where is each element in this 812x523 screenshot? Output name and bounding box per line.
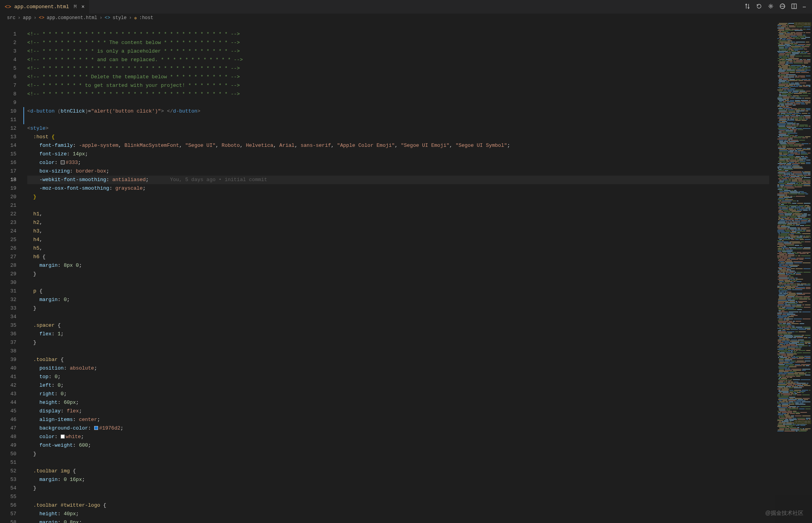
code-line[interactable]: flex: 1; — [27, 330, 769, 338]
code-line[interactable] — [27, 458, 769, 467]
code-line[interactable]: <!-- * * * * * * * * * * * * * * * * * *… — [27, 90, 769, 99]
code-line[interactable]: h3, — [27, 227, 769, 236]
code-line[interactable]: box-sizing: border-box; — [27, 167, 769, 176]
code-line[interactable]: display: flex; — [27, 407, 769, 416]
minimap[interactable]: 文件已修改 文件已修改 — [775, 22, 812, 523]
code-line[interactable]: :host { — [27, 133, 769, 141]
editor-tab[interactable]: <> app.component.html M × — [0, 0, 90, 14]
code-line[interactable]: } — [27, 450, 769, 458]
chevron-right-icon: › — [129, 15, 132, 21]
more-icon[interactable]: ⋯ — [803, 4, 807, 10]
line-number: 50 — [0, 450, 16, 458]
code-line[interactable]: .toolbar img { — [27, 467, 769, 475]
compare-changes-icon[interactable] — [744, 3, 750, 11]
line-number: 33 — [0, 304, 16, 313]
breadcrumb-item[interactable]: app — [23, 15, 32, 21]
code-line[interactable]: <d-button (btnClick)="alert('button clic… — [27, 107, 769, 116]
code-line[interactable]: right: 0; — [27, 390, 769, 398]
code-line[interactable]: font-size: 14px; — [27, 150, 769, 158]
code-line[interactable]: height: 40px; — [27, 510, 769, 518]
breadcrumb-item[interactable]: :host — [139, 15, 153, 21]
code-line[interactable]: margin: 0 16px; — [27, 475, 769, 484]
line-number: 58 — [0, 518, 16, 523]
code-area[interactable]: <!-- * * * * * * * * * * * * * * * * * *… — [27, 30, 769, 523]
editor[interactable]: You, 2 minutes ago | 1 author (You) | Go… — [0, 30, 769, 523]
code-line[interactable]: h4, — [27, 236, 769, 244]
run-icon[interactable] — [768, 3, 774, 11]
code-line[interactable]: margin: 0; — [27, 296, 769, 304]
code-line[interactable]: .toolbar { — [27, 356, 769, 364]
chevron-right-icon: › — [100, 15, 102, 21]
code-line[interactable]: h6 { — [27, 253, 769, 261]
code-line[interactable]: align-items: center; — [27, 416, 769, 424]
code-line[interactable]: p { — [27, 287, 769, 296]
breadcrumb-item[interactable]: style — [112, 15, 127, 21]
code-line[interactable]: margin: 0 8px; — [27, 518, 769, 523]
line-number: 49 — [0, 441, 16, 450]
code-line[interactable]: top: 0; — [27, 373, 769, 381]
line-number: 45 — [0, 407, 16, 416]
code-line[interactable] — [27, 313, 769, 321]
code-line[interactable]: h2, — [27, 218, 769, 227]
code-line[interactable] — [27, 493, 769, 501]
code-line[interactable]: h1, — [27, 210, 769, 218]
line-number-gutter: 1234567891011121314151617181920212223242… — [0, 30, 23, 523]
code-line[interactable]: <!-- * * * * * * * * * * * The content b… — [27, 39, 769, 47]
code-line[interactable]: background-color: #1976d2; — [27, 424, 769, 433]
line-number: 19 — [0, 184, 16, 193]
code-line[interactable]: <!-- * * * * * * * * * is only a placeho… — [27, 47, 769, 56]
breadcrumb-item[interactable]: src — [7, 15, 16, 21]
code-line[interactable]: font-family: -apple-system, BlinkMacSyst… — [27, 141, 769, 150]
code-line[interactable]: } — [27, 304, 769, 313]
code-line[interactable]: margin: 8px 0; — [27, 261, 769, 270]
close-icon[interactable]: × — [81, 4, 84, 10]
open-preview-icon[interactable] — [779, 3, 786, 11]
code-line[interactable]: <!-- * * * * * * * * Delete the template… — [27, 73, 769, 81]
code-line[interactable]: } — [27, 484, 769, 493]
code-line[interactable]: position: absolute; — [27, 364, 769, 373]
tab-bar: <> app.component.html M × ⋯ — [0, 0, 812, 14]
revert-icon[interactable] — [756, 3, 762, 11]
code-line[interactable] — [27, 99, 769, 107]
code-line[interactable]: left: 0; — [27, 381, 769, 390]
line-number: 43 — [0, 390, 16, 398]
breadcrumb-item[interactable]: app.component.html — [47, 15, 97, 21]
code-line[interactable] — [27, 201, 769, 210]
code-line[interactable]: h5, — [27, 244, 769, 253]
minimap-region-label: 文件已修改 — [794, 22, 811, 26]
line-number: 35 — [0, 321, 16, 330]
code-line[interactable]: -moz-osx-font-smoothing: grayscale; — [27, 184, 769, 193]
color-swatch — [61, 435, 65, 438]
line-number: 56 — [0, 501, 16, 510]
code-line[interactable]: } — [27, 338, 769, 347]
line-number: 21 — [0, 201, 16, 210]
code-line[interactable] — [27, 116, 769, 124]
split-editor-icon[interactable] — [791, 3, 797, 11]
line-number: 31 — [0, 287, 16, 296]
code-line[interactable]: font-weight: 600; — [27, 441, 769, 450]
watermark: @掘金技术社区 — [765, 510, 803, 517]
code-line[interactable]: <!-- * * * * * * * to get started with y… — [27, 81, 769, 90]
code-line[interactable]: <!-- * * * * * * * * * and can be replac… — [27, 56, 769, 64]
code-line[interactable]: .spacer { — [27, 321, 769, 330]
code-line[interactable]: } — [27, 193, 769, 201]
code-line[interactable]: } — [27, 270, 769, 278]
line-number: 9 — [0, 99, 16, 107]
code-line[interactable]: <!-- * * * * * * * * * * * * * * * * * *… — [27, 30, 769, 39]
line-number: 42 — [0, 381, 16, 390]
code-line[interactable] — [27, 278, 769, 287]
line-number: 2 — [0, 39, 16, 47]
code-line[interactable]: -webkit-font-smoothing: antialiased; You… — [27, 176, 769, 184]
code-line[interactable]: .toolbar #twitter-logo { — [27, 501, 769, 510]
line-number: 54 — [0, 484, 16, 493]
code-line[interactable]: <!-- * * * * * * * * * * * * * * * * * *… — [27, 64, 769, 73]
line-number: 26 — [0, 244, 16, 253]
line-number: 11 — [0, 116, 16, 124]
code-line[interactable]: color: #333; — [27, 158, 769, 167]
code-line[interactable]: <style> — [27, 124, 769, 133]
code-line[interactable]: height: 60px; — [27, 398, 769, 407]
chevron-right-icon: › — [33, 15, 36, 21]
code-line[interactable]: color: white; — [27, 433, 769, 441]
line-number: 48 — [0, 433, 16, 441]
code-line[interactable] — [27, 347, 769, 356]
